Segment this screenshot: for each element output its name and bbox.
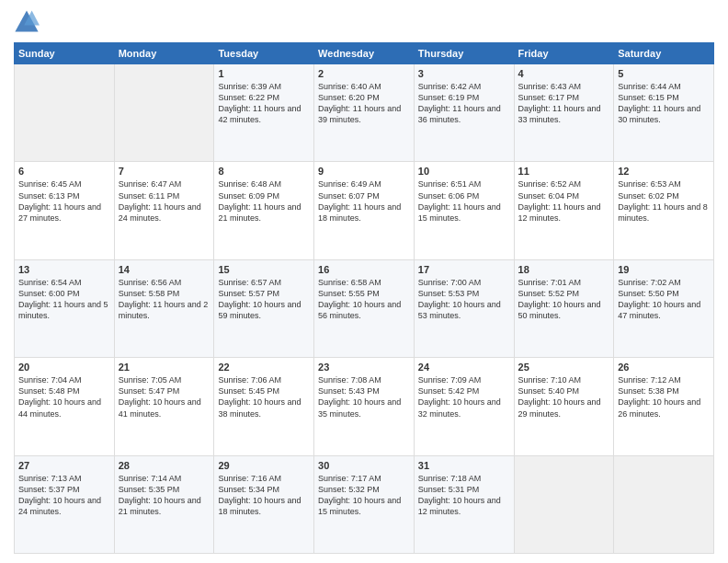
day-number: 6 xyxy=(18,166,110,177)
calendar-cell: 28Sunrise: 7:14 AMSunset: 5:35 PMDayligh… xyxy=(114,455,214,553)
calendar-cell xyxy=(15,64,115,162)
day-number: 4 xyxy=(518,68,610,79)
cell-content: Sunrise: 7:13 AMSunset: 5:37 PMDaylight:… xyxy=(18,473,110,518)
calendar-cell: 31Sunrise: 7:18 AMSunset: 5:31 PMDayligh… xyxy=(414,455,514,553)
cell-content: Sunrise: 7:09 AMSunset: 5:42 PMDaylight:… xyxy=(418,374,510,419)
day-number: 14 xyxy=(119,264,210,275)
calendar-cell: 3Sunrise: 6:42 AMSunset: 6:19 PMDaylight… xyxy=(414,64,514,162)
day-number: 10 xyxy=(418,166,510,177)
weekday-header-thursday: Thursday xyxy=(414,43,514,64)
calendar-table: SundayMondayTuesdayWednesdayThursdayFrid… xyxy=(14,42,714,554)
cell-content: Sunrise: 6:53 AMSunset: 6:02 PMDaylight:… xyxy=(618,178,710,224)
cell-content: Sunrise: 7:05 AMSunset: 5:47 PMDaylight:… xyxy=(119,374,210,419)
cell-content: Sunrise: 6:51 AMSunset: 6:06 PMDaylight:… xyxy=(418,178,510,224)
day-number: 5 xyxy=(618,68,710,79)
day-number: 21 xyxy=(119,362,210,373)
day-number: 19 xyxy=(618,264,710,275)
cell-content: Sunrise: 6:44 AMSunset: 6:15 PMDaylight:… xyxy=(618,81,710,126)
calendar-cell: 15Sunrise: 6:57 AMSunset: 5:57 PMDayligh… xyxy=(214,259,314,357)
calendar-cell: 25Sunrise: 7:10 AMSunset: 5:40 PMDayligh… xyxy=(514,358,614,455)
cell-content: Sunrise: 7:14 AMSunset: 5:35 PMDaylight:… xyxy=(119,473,210,518)
day-number: 12 xyxy=(618,166,710,177)
cell-content: Sunrise: 7:12 AMSunset: 5:38 PMDaylight:… xyxy=(618,374,710,419)
weekday-header-row: SundayMondayTuesdayWednesdayThursdayFrid… xyxy=(15,43,714,64)
day-number: 27 xyxy=(18,460,110,471)
cell-content: Sunrise: 6:40 AMSunset: 6:20 PMDaylight:… xyxy=(318,81,410,126)
day-number: 24 xyxy=(418,362,510,373)
calendar-cell: 29Sunrise: 7:16 AMSunset: 5:34 PMDayligh… xyxy=(214,455,314,553)
cell-content: Sunrise: 6:42 AMSunset: 6:19 PMDaylight:… xyxy=(418,81,510,126)
day-number: 17 xyxy=(418,264,510,275)
calendar-cell: 24Sunrise: 7:09 AMSunset: 5:42 PMDayligh… xyxy=(414,358,514,455)
calendar-cell: 20Sunrise: 7:04 AMSunset: 5:48 PMDayligh… xyxy=(15,358,115,455)
calendar-cell: 5Sunrise: 6:44 AMSunset: 6:15 PMDaylight… xyxy=(614,64,714,162)
day-number: 29 xyxy=(218,460,310,471)
calendar-cell: 1Sunrise: 6:39 AMSunset: 6:22 PMDaylight… xyxy=(214,64,314,162)
calendar-cell: 23Sunrise: 7:08 AMSunset: 5:43 PMDayligh… xyxy=(314,358,415,455)
weekday-header-tuesday: Tuesday xyxy=(214,43,314,64)
day-number: 1 xyxy=(218,68,310,79)
week-row-3: 20Sunrise: 7:04 AMSunset: 5:48 PMDayligh… xyxy=(15,358,714,455)
day-number: 31 xyxy=(418,460,510,471)
week-row-1: 6Sunrise: 6:45 AMSunset: 6:13 PMDaylight… xyxy=(15,162,714,259)
page: SundayMondayTuesdayWednesdayThursdayFrid… xyxy=(0,0,728,563)
calendar-cell: 26Sunrise: 7:12 AMSunset: 5:38 PMDayligh… xyxy=(614,358,714,455)
calendar-cell: 7Sunrise: 6:47 AMSunset: 6:11 PMDaylight… xyxy=(114,162,214,259)
calendar-cell: 12Sunrise: 6:53 AMSunset: 6:02 PMDayligh… xyxy=(614,162,714,259)
week-row-0: 1Sunrise: 6:39 AMSunset: 6:22 PMDaylight… xyxy=(15,64,714,162)
cell-content: Sunrise: 6:58 AMSunset: 5:55 PMDaylight:… xyxy=(318,277,410,322)
day-number: 2 xyxy=(318,68,410,79)
cell-content: Sunrise: 6:54 AMSunset: 6:00 PMDaylight:… xyxy=(18,277,110,322)
calendar-cell: 19Sunrise: 7:02 AMSunset: 5:50 PMDayligh… xyxy=(614,259,714,357)
cell-content: Sunrise: 6:57 AMSunset: 5:57 PMDaylight:… xyxy=(218,277,310,322)
calendar-cell: 17Sunrise: 7:00 AMSunset: 5:53 PMDayligh… xyxy=(414,259,514,357)
weekday-header-friday: Friday xyxy=(514,43,614,64)
day-number: 18 xyxy=(518,264,610,275)
cell-content: Sunrise: 7:02 AMSunset: 5:50 PMDaylight:… xyxy=(618,277,710,322)
calendar-cell: 10Sunrise: 6:51 AMSunset: 6:06 PMDayligh… xyxy=(414,162,514,259)
day-number: 7 xyxy=(119,166,210,177)
day-number: 23 xyxy=(318,362,410,373)
cell-content: Sunrise: 6:47 AMSunset: 6:11 PMDaylight:… xyxy=(119,178,210,224)
weekday-header-sunday: Sunday xyxy=(15,43,115,64)
cell-content: Sunrise: 6:56 AMSunset: 5:58 PMDaylight:… xyxy=(119,277,210,322)
calendar-cell: 30Sunrise: 7:17 AMSunset: 5:32 PMDayligh… xyxy=(314,455,415,553)
weekday-header-monday: Monday xyxy=(114,43,214,64)
cell-content: Sunrise: 7:04 AMSunset: 5:48 PMDaylight:… xyxy=(18,374,110,419)
cell-content: Sunrise: 7:18 AMSunset: 5:31 PMDaylight:… xyxy=(418,473,510,518)
day-number: 11 xyxy=(518,166,610,177)
calendar-cell: 27Sunrise: 7:13 AMSunset: 5:37 PMDayligh… xyxy=(15,455,115,553)
cell-content: Sunrise: 7:00 AMSunset: 5:53 PMDaylight:… xyxy=(418,277,510,322)
calendar-cell: 4Sunrise: 6:43 AMSunset: 6:17 PMDaylight… xyxy=(514,64,614,162)
cell-content: Sunrise: 6:45 AMSunset: 6:13 PMDaylight:… xyxy=(18,178,110,224)
cell-content: Sunrise: 6:39 AMSunset: 6:22 PMDaylight:… xyxy=(218,81,310,126)
day-number: 20 xyxy=(18,362,110,373)
header xyxy=(14,9,714,35)
calendar-cell: 14Sunrise: 6:56 AMSunset: 5:58 PMDayligh… xyxy=(114,259,214,357)
cell-content: Sunrise: 7:17 AMSunset: 5:32 PMDaylight:… xyxy=(318,473,410,518)
cell-content: Sunrise: 6:49 AMSunset: 6:07 PMDaylight:… xyxy=(318,178,410,224)
weekday-header-wednesday: Wednesday xyxy=(314,43,415,64)
day-number: 22 xyxy=(218,362,310,373)
day-number: 8 xyxy=(218,166,310,177)
cell-content: Sunrise: 7:01 AMSunset: 5:52 PMDaylight:… xyxy=(518,277,610,322)
day-number: 30 xyxy=(318,460,410,471)
cell-content: Sunrise: 7:16 AMSunset: 5:34 PMDaylight:… xyxy=(218,473,310,518)
calendar-cell: 2Sunrise: 6:40 AMSunset: 6:20 PMDaylight… xyxy=(314,64,415,162)
day-number: 26 xyxy=(618,362,710,373)
weekday-header-saturday: Saturday xyxy=(614,43,714,64)
day-number: 16 xyxy=(318,264,410,275)
calendar-cell xyxy=(114,64,214,162)
calendar-cell: 22Sunrise: 7:06 AMSunset: 5:45 PMDayligh… xyxy=(214,358,314,455)
day-number: 9 xyxy=(318,166,410,177)
day-number: 3 xyxy=(418,68,510,79)
day-number: 13 xyxy=(18,264,110,275)
day-number: 25 xyxy=(518,362,610,373)
cell-content: Sunrise: 7:06 AMSunset: 5:45 PMDaylight:… xyxy=(218,374,310,419)
cell-content: Sunrise: 7:08 AMSunset: 5:43 PMDaylight:… xyxy=(318,374,410,419)
cell-content: Sunrise: 7:10 AMSunset: 5:40 PMDaylight:… xyxy=(518,374,610,419)
calendar-cell: 16Sunrise: 6:58 AMSunset: 5:55 PMDayligh… xyxy=(314,259,415,357)
day-number: 28 xyxy=(119,460,210,471)
logo xyxy=(14,9,43,35)
calendar-cell xyxy=(614,455,714,553)
